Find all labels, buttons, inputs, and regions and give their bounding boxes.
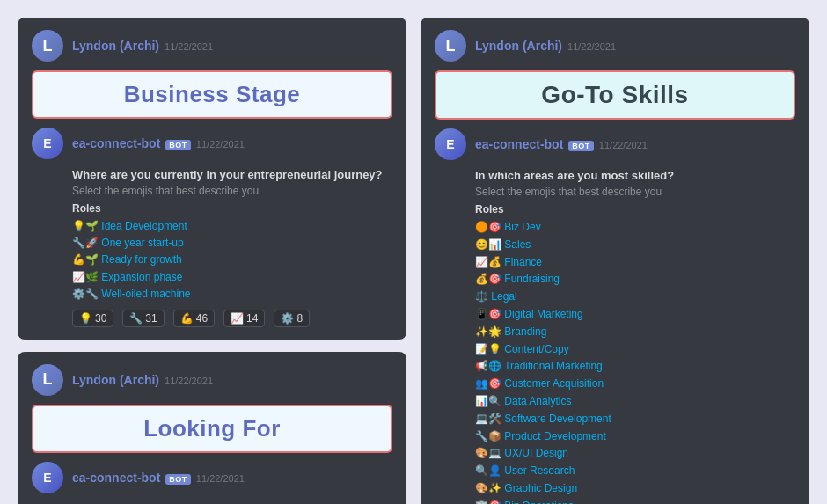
right-bot-timestamp: 11/22/2021 <box>599 140 648 150</box>
skill-item: 📢🌐 Traditional Marketing <box>475 358 795 376</box>
skill-item: 💻🛠️ Software Development <box>475 411 795 428</box>
card1-header: L Lyndon (Archi) 11/22/2021 <box>32 30 392 62</box>
business-stage-card: L Lyndon (Archi) 11/22/2021 Business Sta… <box>18 18 406 340</box>
lyndon-avatar-2: L <box>32 364 63 396</box>
looking-for-card: L Lyndon (Archi) 11/22/2021 Looking For … <box>18 352 406 504</box>
goto-skills-title: Go-To Skills <box>541 81 688 108</box>
card1-emoji-counts: 💡 30 🔧 31 💪 46 📈 14 ⚙️ 8 <box>72 310 392 327</box>
left-column: L Lyndon (Archi) 11/22/2021 Business Sta… <box>18 18 406 504</box>
card2-timestamp: 11/22/2021 <box>165 376 213 386</box>
emoji-count-4[interactable]: 📈 14 <box>223 310 265 327</box>
emoji-count-5[interactable]: ⚙️ 8 <box>274 310 310 327</box>
card2-bot-meta: ea-connect-bot BOT 11/22/2021 <box>72 471 245 485</box>
bot-avatar-right: E <box>435 128 466 160</box>
bot-badge-2: BOT <box>165 474 191 485</box>
card1-roles-label: Roles <box>72 202 392 215</box>
right-bot-meta: ea-connect-bot BOT 11/22/2021 <box>475 137 648 151</box>
skill-item: 📊🔍 Data Analytics <box>475 393 795 411</box>
card2-header: L Lyndon (Archi) 11/22/2021 <box>32 364 392 396</box>
bot-username-1: ea-connect-bot <box>72 136 160 150</box>
skills-list: 🟠🎯 Biz Dev 😊📊 Sales 📈💰 Finance 💰🎯 Fundra… <box>475 219 795 504</box>
bot-username-right: ea-connect-bot <box>475 137 563 151</box>
card2-bot-timestamp: 11/22/2021 <box>196 473 245 484</box>
skill-item: 📱🎯 Digital Marketing <box>475 306 795 324</box>
card1-roles-list: 💡🌱 Idea Development 🔧🚀 One year start-up… <box>72 218 392 303</box>
bot-avatar-2: E <box>32 462 63 493</box>
role-item: 💡🌱 Idea Development <box>72 218 392 235</box>
role-item: 🔧🚀 One year start-up <box>72 235 392 252</box>
business-stage-title: Business Stage <box>124 81 301 107</box>
skill-item: 🟠🎯 Biz Dev <box>475 219 795 237</box>
lyndon-username-2: Lyndon (Archi) <box>72 373 159 387</box>
card2-meta: Lyndon (Archi) 11/22/2021 <box>72 373 213 387</box>
lyndon-username-1: Lyndon (Archi) <box>72 39 159 53</box>
card2-bot-header: E ea-connect-bot BOT 11/22/2021 <box>32 462 392 493</box>
right-card-timestamp: 11/22/2021 <box>567 41 616 52</box>
skill-item: 😊📊 Sales <box>475 237 795 254</box>
card1-question: Where are you currently in your entrepre… <box>72 168 392 181</box>
card1-bot-header: E ea-connect-bot BOT 11/22/2021 <box>32 128 392 159</box>
business-stage-title-box: Business Stage <box>32 70 392 119</box>
right-question: In which areas are you most skilled? <box>475 169 795 182</box>
skill-item: 💰🎯 Fundraising <box>475 271 795 289</box>
skill-item: 🔧📦 Product Development <box>475 428 795 446</box>
role-item: ⚙️🔧 Well-oiled machine <box>72 286 392 303</box>
skill-item: ⚖️ Legal <box>475 289 795 306</box>
skill-item: 🎨💻 UX/UI Design <box>475 445 795 463</box>
right-subtext: Select the emojis that best describe you <box>475 186 795 198</box>
bot-username-2: ea-connect-bot <box>72 471 160 485</box>
card1-subtext: Select the emojis that best describe you <box>72 185 392 197</box>
skill-item: ✨🌟 Branding <box>475 324 795 341</box>
looking-for-title-box: Looking For <box>32 405 392 453</box>
lyndon-username-right: Lyndon (Archi) <box>475 39 562 53</box>
card1-timestamp: 11/22/2021 <box>165 41 213 52</box>
skill-item: 🔍👤 User Research <box>475 463 795 480</box>
goto-skills-card: L Lyndon (Archi) 11/22/2021 Go-To Skills… <box>421 18 809 504</box>
card1-bot-timestamp: 11/22/2021 <box>196 139 245 150</box>
bot-badge-right: BOT <box>568 141 594 151</box>
emoji-count-1[interactable]: 💡 30 <box>72 310 113 327</box>
lyndon-avatar-1: L <box>32 30 63 62</box>
right-card-meta: Lyndon (Archi) 11/22/2021 <box>475 39 616 53</box>
emoji-count-2[interactable]: 🔧 31 <box>122 310 164 327</box>
lyndon-avatar-right: L <box>435 30 466 62</box>
bot-badge-1: BOT <box>165 140 191 150</box>
card1-meta: Lyndon (Archi) 11/22/2021 <box>72 39 213 53</box>
looking-for-title: Looking For <box>143 415 281 442</box>
goto-skills-title-box: Go-To Skills <box>435 70 795 120</box>
skill-item: 📈💰 Finance <box>475 254 795 272</box>
skill-item: 👥🎯 Customer Acquisition <box>475 376 795 393</box>
role-item: 💪🌱 Ready for growth <box>72 252 392 268</box>
role-item: 📈🌿 Expansion phase <box>72 269 392 286</box>
skill-item: 🎨✨ Graphic Design <box>475 480 795 498</box>
right-bot-header: E ea-connect-bot BOT 11/22/2021 <box>435 128 795 160</box>
right-card-header: L Lyndon (Archi) 11/22/2021 <box>435 30 795 62</box>
skill-item: 🏢🎯 Biz Operations <box>475 498 795 504</box>
card1-bot-meta: ea-connect-bot BOT 11/22/2021 <box>72 136 245 150</box>
right-roles-label: Roles <box>475 203 795 215</box>
emoji-count-3[interactable]: 💪 46 <box>173 310 215 327</box>
right-column: L Lyndon (Archi) 11/22/2021 Go-To Skills… <box>421 18 809 504</box>
main-container: L Lyndon (Archi) 11/22/2021 Business Sta… <box>18 18 809 486</box>
bot-avatar-1: E <box>32 128 63 159</box>
skill-item: 📝💡 Content/Copy <box>475 341 795 359</box>
